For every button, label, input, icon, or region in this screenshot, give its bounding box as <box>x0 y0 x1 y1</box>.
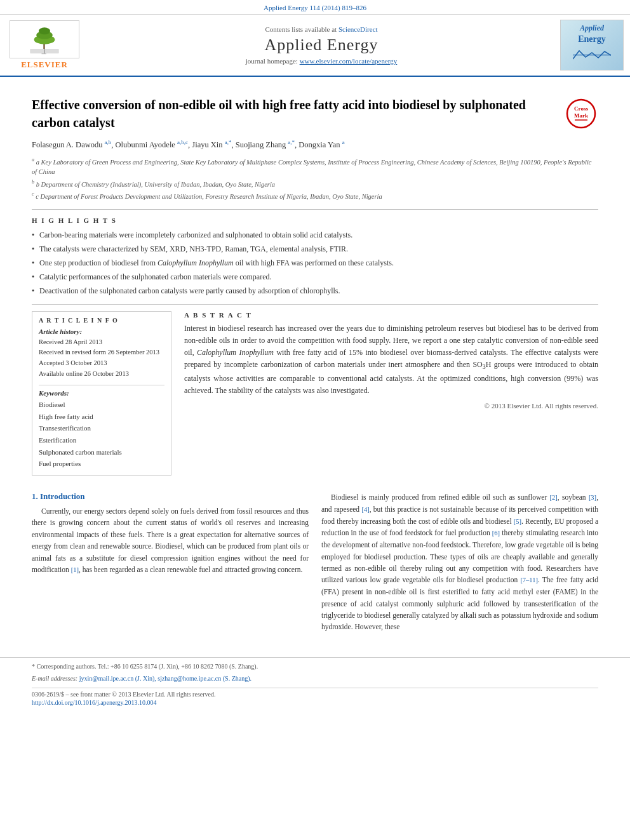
keyword-transest: Transesterification <box>39 422 164 434</box>
body-col-right: Biodiesel is mainly produced from refine… <box>321 491 598 638</box>
keyword-sulphonated: Sulphonated carbon materials <box>39 446 164 458</box>
highlights-list: Carbon-bearing materials were incomplete… <box>32 228 598 298</box>
divider-1 <box>32 210 598 210</box>
accepted-date: Accepted 3 October 2013 <box>39 358 164 369</box>
footer-issn: 0306-2619/$ – see front matter © 2013 El… <box>32 691 598 698</box>
journal-homepage: journal homepage: www.elsevier.com/locat… <box>89 57 554 65</box>
sciencedirect-link[interactable]: ScienceDirect <box>338 25 378 33</box>
main-content: Effective conversion of non-edible oil w… <box>0 77 630 644</box>
keyword-biodiesel: Biodiesel <box>39 399 164 411</box>
footer-doi[interactable]: http://dx.doi.org/10.1016/j.apenergy.201… <box>32 699 598 706</box>
highlight-item: Catalytic performances of the sulphonate… <box>32 270 598 284</box>
body-col-left: 1. Introduction Currently, our energy se… <box>32 491 309 638</box>
footer: * Corresponding authors. Tel.: +86 10 62… <box>0 657 630 706</box>
article-history: Article history: Received 28 April 2013 … <box>39 328 164 380</box>
article-info-column: A R T I C L E I N F O Article history: R… <box>32 311 171 482</box>
homepage-link[interactable]: www.elsevier.com/locate/apenergy <box>300 57 398 65</box>
keywords-section: Keywords: Biodiesel High free fatty acid… <box>39 385 164 470</box>
keyword-ffa: High free fatty acid <box>39 411 164 423</box>
highlights-label: H I G H L I G H T S <box>32 217 598 224</box>
received-date: Received 28 April 2013 <box>39 337 164 348</box>
svg-point-4 <box>39 27 50 34</box>
applied-energy-logo-image: Applied Energy <box>560 20 624 70</box>
journal-title: Applied Energy <box>89 36 554 55</box>
keyword-fuel: Fuel properties <box>39 458 164 470</box>
svg-rect-6 <box>44 49 45 53</box>
svg-text:Cross: Cross <box>574 105 588 112</box>
keywords-label: Keywords: <box>39 389 164 397</box>
email-addresses[interactable]: jyxin@mail.ipe.ac.cn (J. Xin), sjzhang@h… <box>79 675 251 682</box>
corresponding-author: * Corresponding authors. Tel.: +86 10 62… <box>32 662 598 672</box>
svg-rect-7 <box>573 54 611 56</box>
highlight-item: One step production of biodiesel from Ca… <box>32 256 598 270</box>
journal-center: Contents lists available at ScienceDirec… <box>89 25 554 65</box>
article-info-abstract: A R T I C L E I N F O Article history: R… <box>32 311 598 482</box>
crossmark-badge[interactable]: Cross Mark <box>563 96 598 131</box>
article-title-section: Effective conversion of non-edible oil w… <box>32 96 598 131</box>
journal-header: ELSEVIER Contents lists available at Sci… <box>0 15 630 77</box>
available-date: Available online 26 October 2013 <box>39 369 164 380</box>
elsevier-text: ELSEVIER <box>21 60 68 70</box>
article-info-box: A R T I C L E I N F O Article history: R… <box>32 311 171 476</box>
article-title: Effective conversion of non-edible oil w… <box>32 96 598 131</box>
authors: Folasegun A. Dawodu a,b, Olubunmi Ayodel… <box>32 138 598 151</box>
highlight-item: The catalysts were characterized by SEM,… <box>32 242 598 256</box>
history-label: Article history: <box>39 328 164 335</box>
copyright-notice: © 2013 Elsevier Ltd. All rights reserved… <box>184 402 598 410</box>
abstract-column: A B S T R A C T Interest in biodiesel re… <box>184 311 598 482</box>
contents-line: Contents lists available at ScienceDirec… <box>89 25 554 33</box>
abstract-label: A B S T R A C T <box>184 311 598 319</box>
journal-reference: Applied Energy 114 (2014) 819–826 <box>0 0 630 15</box>
abstract-text: Interest in biodiesel research has incre… <box>184 323 598 397</box>
divider-2 <box>32 304 598 305</box>
email-info: E-mail addresses: jyxin@mail.ipe.ac.cn (… <box>32 674 598 684</box>
svg-text:Mark: Mark <box>574 112 588 119</box>
highlight-item: Deactivation of the sulphonated carbon c… <box>32 284 598 298</box>
keyword-est: Esterification <box>39 434 164 446</box>
affiliations: a a Key Laboratory of Green Process and … <box>32 156 598 202</box>
body-content: 1. Introduction Currently, our energy se… <box>32 491 598 638</box>
received-revised-date: Received in revised form 26 September 20… <box>39 347 164 358</box>
elsevier-logo: ELSEVIER <box>6 20 83 70</box>
highlights-section: H I G H L I G H T S Carbon-bearing mater… <box>32 217 598 298</box>
body-col-right-text: Biodiesel is mainly produced from refine… <box>321 491 598 633</box>
section1-heading: 1. Introduction <box>32 491 309 502</box>
elsevier-tree-icon <box>16 23 73 55</box>
body-col-left-text: Currently, our energy sectors depend sol… <box>32 505 309 576</box>
highlight-item: Carbon-bearing materials were incomplete… <box>32 228 598 242</box>
article-info-label: A R T I C L E I N F O <box>39 317 164 324</box>
